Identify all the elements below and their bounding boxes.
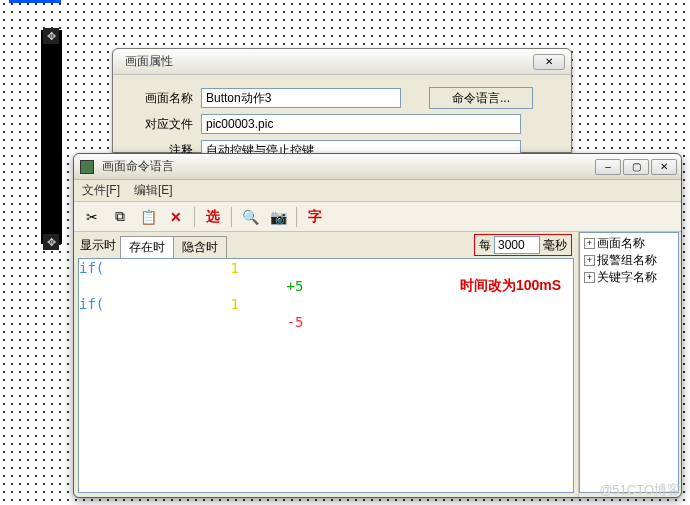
char-icon[interactable]: 字 [305, 207, 325, 227]
interval-prefix: 每 [479, 237, 491, 254]
cut-icon[interactable]: ✂ [82, 207, 102, 227]
menu-file[interactable]: 文件[F] [82, 182, 120, 199]
expand-icon[interactable]: + [584, 272, 595, 283]
app-icon [80, 160, 94, 174]
name-label: 画面名称 [137, 90, 193, 107]
copy-icon[interactable]: ⧉ [110, 207, 130, 227]
annotation-text: 时间改为100mS [460, 277, 561, 295]
watermark: @51CTO博客 [599, 481, 680, 499]
expand-icon[interactable]: + [584, 255, 595, 266]
command-language-dialog: 画面命令语言 – ▢ ✕ 文件[F] 编辑[E] ✂ ⧉ 📋 ✕ 选 🔍 📷 字… [73, 153, 682, 498]
canvas-object[interactable] [41, 30, 62, 244]
file-input[interactable] [201, 114, 521, 134]
tab-exist[interactable]: 存在时 [120, 236, 174, 258]
menu-edit[interactable]: 编辑[E] [134, 182, 173, 199]
resize-handle-top[interactable]: ✥ [43, 28, 59, 44]
tree-node-alarm[interactable]: +报警组名称 [584, 252, 674, 269]
select-icon[interactable]: 选 [203, 207, 223, 227]
tab-hidden[interactable]: 隐含时 [174, 236, 227, 258]
tree-node-keyword[interactable]: +关键字名称 [584, 269, 674, 286]
tree-panel: +画面名称 +报警组名称 +关键字名称 [579, 232, 679, 493]
expand-icon[interactable]: + [584, 238, 595, 249]
screen-properties-dialog: 画面属性 ✕ 画面名称 命令语言... 对应文件 注释 [112, 48, 572, 153]
toolbar-separator [296, 207, 297, 227]
command-language-button[interactable]: 命令语言... [429, 87, 533, 109]
dialog1-title: 画面属性 [119, 53, 533, 70]
dialog2-titlebar[interactable]: 画面命令语言 – ▢ ✕ [74, 154, 681, 180]
dialog2-title: 画面命令语言 [98, 158, 591, 175]
toolbar: ✂ ⧉ 📋 ✕ 选 🔍 📷 字 [74, 202, 681, 232]
selection-bar [9, 0, 61, 3]
minimize-button[interactable]: – [595, 159, 621, 175]
delete-icon[interactable]: ✕ [166, 207, 186, 227]
maximize-button[interactable]: ▢ [623, 159, 649, 175]
name-input[interactable] [201, 88, 401, 108]
interval-suffix: 毫秒 [543, 237, 567, 254]
toolbar-separator [194, 207, 195, 227]
dialog1-titlebar[interactable]: 画面属性 ✕ [113, 49, 571, 75]
tab-lead-label: 显示时 [80, 237, 120, 254]
dialog1-close-button[interactable]: ✕ [533, 54, 565, 70]
file-label: 对应文件 [137, 116, 193, 133]
resize-handle-bottom[interactable]: ✥ [43, 234, 59, 250]
camera-icon[interactable]: 📷 [268, 207, 288, 227]
interval-group: 每 毫秒 [474, 234, 572, 256]
paste-icon[interactable]: 📋 [138, 207, 158, 227]
toolbar-separator [231, 207, 232, 227]
interval-input[interactable] [494, 236, 540, 254]
tree-node-screen[interactable]: +画面名称 [584, 235, 674, 252]
close-button[interactable]: ✕ [651, 159, 677, 175]
menu-bar: 文件[F] 编辑[E] [74, 180, 681, 202]
find-icon[interactable]: 🔍 [240, 207, 260, 227]
tab-row: 显示时 存在时 隐含时 每 毫秒 [74, 232, 578, 258]
